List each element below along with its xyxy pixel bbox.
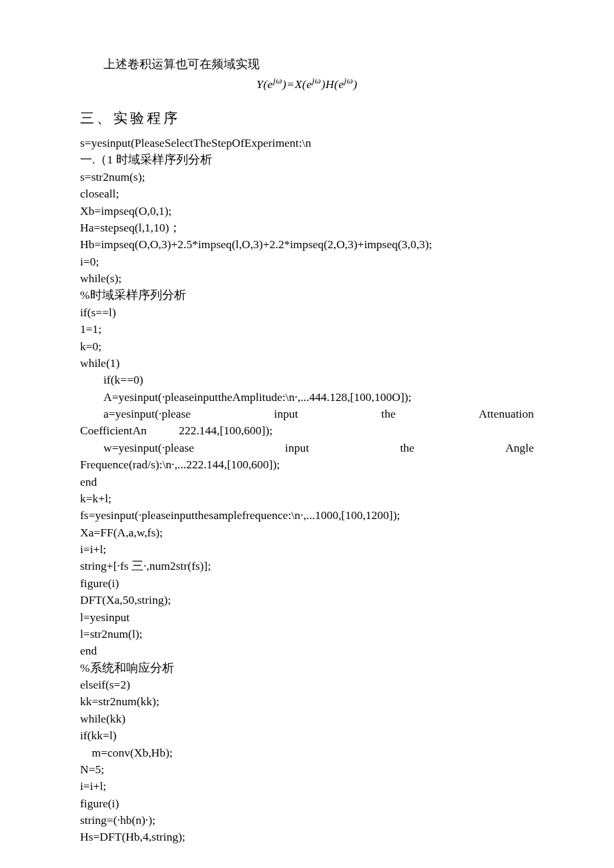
code-line: fs=yesinput(·pleaseinputthesamplefrequen… bbox=[80, 507, 534, 524]
code-seg: w=yesinput(·please bbox=[80, 440, 194, 456]
code-line: k=0; bbox=[80, 338, 534, 355]
formula-exp1: jω bbox=[273, 75, 282, 85]
code-line: if(s==l) bbox=[80, 304, 534, 321]
code-line: if(k==0) bbox=[80, 372, 534, 388]
intro-line: 上述卷积运算也可在频域实现 bbox=[80, 56, 534, 73]
formula-h: )H(e bbox=[321, 77, 344, 91]
code-line: string+[·fs 三·,num2str(fs)]; bbox=[80, 558, 534, 574]
code-line: Hb=impseq(O,O,3)+2.5*impseq(l,O,3)+2.2*i… bbox=[80, 236, 534, 253]
code-seg: input bbox=[285, 440, 309, 456]
code-line: end bbox=[80, 474, 534, 490]
code-line: Xa=FF(A,a,w,fs); bbox=[80, 524, 534, 541]
code-line: figure(i) bbox=[80, 795, 534, 812]
code-line: N=5; bbox=[80, 761, 534, 778]
code-line: DFT(Xa,50,string); bbox=[80, 592, 534, 608]
code-seg: the bbox=[381, 406, 395, 422]
code-line: while(1) bbox=[80, 355, 534, 372]
code-line: A=yesinput(·pleaseinputtheAmplitude:\n·,… bbox=[80, 389, 534, 406]
code-seg: Angle bbox=[505, 440, 534, 456]
code-line: figure(i) bbox=[80, 575, 534, 592]
code-line: end bbox=[80, 642, 534, 659]
code-line: w=yesinput(·please input the Angle bbox=[80, 440, 534, 456]
code-line: CoefficientAn 222.144,[100,600]); bbox=[80, 422, 534, 439]
code-block: s=yesinput(PleaseSelectTheStepOfExperime… bbox=[80, 135, 534, 846]
section-title: 三、实验程序 bbox=[80, 108, 534, 128]
code-line: 一.（1 时域采样序列分析 bbox=[80, 151, 534, 168]
code-seg: the bbox=[400, 440, 414, 456]
code-line: %系统和响应分析 bbox=[80, 660, 534, 677]
code-line: m=conv(Xb,Hb); bbox=[80, 745, 534, 761]
formula: Y(ejω)=X(ejω)H(ejω) bbox=[80, 74, 534, 93]
code-line: if(kk=l) bbox=[80, 727, 534, 744]
code-line: l=str2num(l); bbox=[80, 626, 534, 642]
code-line: a=yesinput(·please input the Attenuation bbox=[80, 406, 534, 422]
code-seg: input bbox=[274, 406, 298, 422]
formula-exp3: jω bbox=[344, 75, 353, 85]
code-line: s=str2num(s); bbox=[80, 169, 534, 185]
code-line: Xb=impseq(O,0,1); bbox=[80, 203, 534, 220]
code-line: %时域采样序列分析 bbox=[80, 287, 534, 304]
code-seg: a=yesinput(·please bbox=[80, 406, 191, 422]
formula-exp2: jω bbox=[312, 75, 321, 85]
formula-y: Y(e bbox=[256, 77, 273, 91]
formula-close: ) bbox=[353, 77, 357, 91]
code-line: 1=1; bbox=[80, 321, 534, 338]
code-line: string=(·hb(n)·); bbox=[80, 812, 534, 829]
code-seg: Attenuation bbox=[479, 406, 534, 422]
code-line: k=k+l; bbox=[80, 490, 534, 507]
code-line: Frequence(rad/s):\n·,...222.144,[100,600… bbox=[80, 456, 534, 473]
formula-eq: )=X(e bbox=[282, 77, 312, 91]
code-line: Hs=DFT(Hb,4,string); bbox=[80, 829, 534, 845]
code-line: while(s); bbox=[80, 270, 534, 287]
code-line: kk=str2num(kk); bbox=[80, 693, 534, 710]
code-line: i=i+l; bbox=[80, 541, 534, 558]
code-line: closeall; bbox=[80, 185, 534, 202]
code-line: s=yesinput(PleaseSelectTheStepOfExperime… bbox=[80, 135, 534, 151]
code-line: Ha=stepseq(l,1,10)； bbox=[80, 220, 534, 236]
code-line: elseif(s=2) bbox=[80, 677, 534, 693]
code-line: i=i+l; bbox=[80, 778, 534, 795]
code-line: i=0; bbox=[80, 254, 534, 270]
code-line: l=yesinput bbox=[80, 609, 534, 626]
code-line: while(kk) bbox=[80, 711, 534, 727]
